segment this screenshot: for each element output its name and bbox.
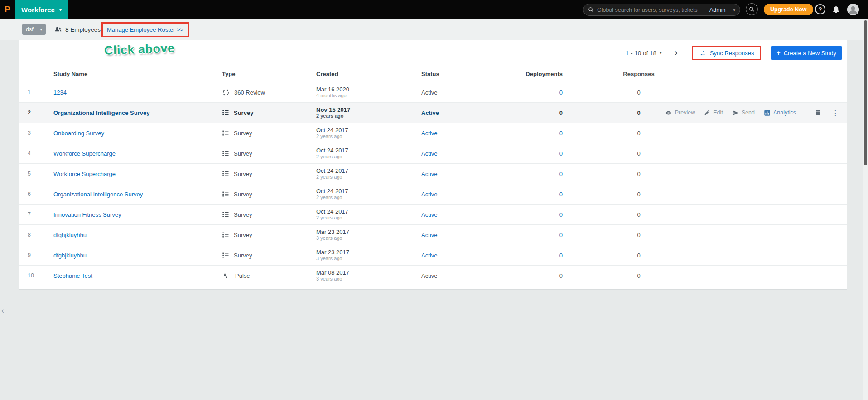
- global-search-input[interactable]: [597, 7, 709, 13]
- responses-count: 0: [580, 272, 698, 279]
- survey-list-icon: [222, 150, 229, 157]
- study-name-link[interactable]: Workforce Supercharge: [53, 150, 116, 157]
- study-name-link[interactable]: Stephanie Test: [53, 272, 92, 279]
- table-row[interactable]: 2 Organizational Intelligence Survey Sur…: [19, 103, 847, 123]
- analytics-button[interactable]: Analytics: [764, 110, 796, 116]
- deployments-count[interactable]: 0: [559, 150, 563, 157]
- user-avatar[interactable]: [847, 4, 859, 15]
- survey-list-icon: [222, 190, 229, 198]
- status-text[interactable]: Active: [421, 191, 437, 198]
- deployments-count[interactable]: 0: [559, 171, 563, 177]
- deployments-count[interactable]: 0: [559, 232, 563, 238]
- table-row[interactable]: 5 Workforce Supercharge Survey Oct 24 20…: [19, 164, 847, 184]
- study-name-link[interactable]: dfghjkluyhhu: [53, 232, 87, 238]
- created-date: Mar 08 2017: [316, 269, 417, 276]
- plus-icon: +: [776, 49, 780, 57]
- pagination-label: 1 - 10 of 18: [626, 50, 656, 57]
- send-label: Send: [742, 110, 755, 116]
- study-name-link[interactable]: Workforce Supercharge: [53, 171, 116, 177]
- 360-review-icon: [222, 89, 230, 96]
- deployments-count[interactable]: 0: [559, 211, 563, 218]
- study-name-link[interactable]: 1234: [53, 89, 67, 96]
- survey-list-icon: [222, 231, 229, 238]
- responses-count: 0: [580, 171, 698, 177]
- created-date: Mar 16 2020: [316, 86, 417, 93]
- upgrade-now-button[interactable]: Upgrade Now: [764, 4, 813, 15]
- status-text[interactable]: Active: [421, 252, 437, 259]
- study-name-link[interactable]: Onboarding Survey: [53, 130, 104, 137]
- search-button[interactable]: [746, 3, 758, 15]
- header-created: Created: [312, 71, 417, 77]
- top-nav-bar: P Workforce ▾ Admin ▾ Upgrade Now ?: [0, 0, 868, 19]
- chevron-down-icon[interactable]: ▾: [729, 8, 735, 12]
- create-study-button[interactable]: + Create a New Study: [771, 46, 842, 60]
- study-name-link[interactable]: Innovation Fitness Survey: [53, 211, 121, 218]
- survey-list-icon: [222, 252, 229, 259]
- table-row[interactable]: 7 Innovation Fitness Survey Survey Oct 2…: [19, 205, 847, 225]
- status-text[interactable]: Active: [421, 130, 437, 137]
- study-name-link[interactable]: dfghjkluyhhu: [53, 252, 87, 259]
- pagination-dropdown[interactable]: 1 - 10 of 18 ▾: [626, 50, 662, 57]
- responses-count: 0: [580, 150, 698, 157]
- table-row[interactable]: 9 dfghjkluyhhu Survey Mar 23 2017 3 year…: [19, 245, 847, 266]
- sync-icon: [699, 50, 706, 57]
- created-ago: 2 years ago: [316, 174, 417, 180]
- preview-button[interactable]: Preview: [665, 110, 695, 116]
- study-name-link[interactable]: Organizational Intelligence Survey: [53, 110, 149, 116]
- next-page-button[interactable]: ›: [675, 48, 678, 57]
- chevron-down-icon: ▾: [59, 7, 62, 12]
- search-scope-label[interactable]: Admin: [709, 7, 725, 13]
- table-row[interactable]: 6 Organizational Intelligence Survey Sur…: [19, 184, 847, 205]
- row-number: 2: [19, 110, 53, 116]
- help-button[interactable]: ?: [815, 4, 825, 14]
- table-row[interactable]: 8 dfghjkluyhhu Survey Mar 23 2017 3 year…: [19, 225, 847, 245]
- click-above-annotation: Click above: [104, 41, 175, 57]
- study-name-link[interactable]: Organizational Intelligence Survey: [53, 191, 143, 198]
- notifications-button[interactable]: [832, 5, 840, 15]
- status-text[interactable]: Active: [421, 150, 437, 157]
- table-row[interactable]: 4 Workforce Supercharge Survey Oct 24 20…: [19, 143, 847, 164]
- status-text[interactable]: Active: [421, 232, 437, 238]
- create-study-label: Create a New Study: [784, 50, 836, 57]
- created-ago: 2 years ago: [316, 113, 417, 119]
- delete-button[interactable]: [815, 109, 821, 116]
- kebab-menu-button[interactable]: ⋮: [830, 109, 840, 117]
- collapse-panel-chevron[interactable]: ‹: [1, 306, 4, 315]
- deployments-count[interactable]: 0: [559, 130, 563, 137]
- status-text[interactable]: Active: [421, 171, 437, 177]
- table-row[interactable]: 10 Stephanie Test Pulse Mar 08 2017 3 ye…: [19, 266, 847, 286]
- sync-responses-button[interactable]: Sync Responses: [693, 47, 760, 59]
- header-status: Status: [417, 71, 526, 77]
- created-date: Oct 24 2017: [316, 208, 417, 215]
- question-icon: ?: [819, 6, 822, 13]
- send-button[interactable]: Send: [732, 110, 755, 116]
- created-date: Oct 24 2017: [316, 167, 417, 174]
- row-number: 1: [19, 89, 53, 95]
- deployments-count[interactable]: 0: [559, 252, 563, 259]
- edit-button[interactable]: Edit: [704, 110, 723, 116]
- table-row[interactable]: 3 Onboarding Survey Survey Oct 24 2017 2…: [19, 123, 847, 143]
- created-ago: 3 years ago: [316, 256, 417, 262]
- type-label: Survey: [234, 171, 252, 177]
- status-text[interactable]: Active: [421, 211, 437, 218]
- chevron-down-icon: ▾: [660, 51, 662, 55]
- person-icon: [847, 4, 859, 15]
- scrollbar-track: [863, 19, 868, 400]
- deployments-count[interactable]: 0: [559, 89, 563, 96]
- row-number: 4: [19, 150, 53, 157]
- team-dropdown[interactable]: dsf ▾: [22, 24, 46, 35]
- created-ago: 2 years ago: [316, 215, 417, 221]
- row-number: 6: [19, 191, 53, 197]
- product-switcher-button[interactable]: Workforce ▾: [15, 0, 68, 19]
- created-date: Oct 24 2017: [316, 147, 417, 154]
- table-row[interactable]: 1 1234 360 Review Mar 16 2020 4 months a…: [19, 82, 847, 103]
- header-responses: Responses: [580, 71, 698, 77]
- scrollbar-thumb[interactable]: [864, 20, 867, 165]
- status-text: Active: [421, 89, 437, 96]
- employee-count-label: 8 Employees: [65, 26, 101, 33]
- manage-roster-link[interactable]: Manage Employee Roster >>: [107, 26, 183, 33]
- deployments-count[interactable]: 0: [559, 191, 563, 198]
- annotation-box-sync: Sync Responses: [692, 46, 761, 60]
- responses-count: 0: [580, 130, 698, 137]
- deployments-count: 0: [559, 272, 563, 279]
